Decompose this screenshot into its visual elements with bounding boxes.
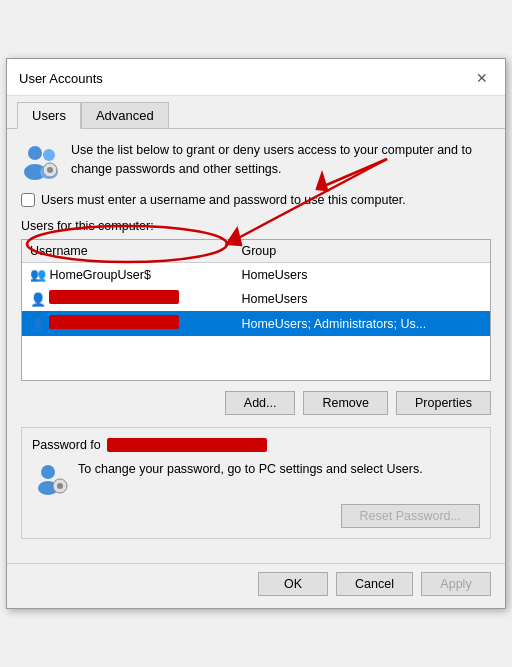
cell-group: HomeUsers xyxy=(233,286,490,311)
user-icon: 👤 xyxy=(30,292,46,307)
username-password-checkbox[interactable] xyxy=(21,193,35,207)
cell-group: HomeUsers xyxy=(233,263,490,287)
checkbox-row[interactable]: Users must enter a username and password… xyxy=(21,193,491,207)
password-for-label: Password fo xyxy=(32,438,101,452)
user-icon: 👤 xyxy=(30,317,46,332)
footer-buttons: OK Cancel Apply xyxy=(7,563,505,608)
password-icon xyxy=(32,460,68,496)
redacted-username-selected xyxy=(49,315,179,329)
tab-bar: Users Advanced xyxy=(7,96,505,129)
user-icon: 👥 xyxy=(30,267,46,282)
tab-advanced[interactable]: Advanced xyxy=(81,102,169,129)
cell-username-redacted-selected: 👤 xyxy=(22,311,233,336)
password-username-redacted xyxy=(107,438,267,452)
svg-point-5 xyxy=(47,167,53,173)
cell-group-selected: HomeUsers; Administrators; Us... xyxy=(233,311,490,336)
user-table: Username Group 👥 HomeGroupUser$ HomeUser… xyxy=(22,240,490,380)
col-username: Username xyxy=(22,240,233,263)
password-section: Password fo To change your password, go … xyxy=(21,427,491,539)
title-bar: User Accounts ✕ xyxy=(7,59,505,96)
table-row-selected[interactable]: 👤 HomeUsers; Administrators; Us... xyxy=(22,311,490,336)
table-row-empty xyxy=(22,358,490,380)
cell-username-redacted: 👤 xyxy=(22,286,233,311)
reset-password-button[interactable]: Reset Password... xyxy=(341,504,480,528)
password-info-row: To change your password, go to PC settin… xyxy=(32,460,480,496)
svg-point-9 xyxy=(57,483,63,489)
table-row[interactable]: 👥 HomeGroupUser$ HomeUsers xyxy=(22,263,490,287)
password-label-row: Password fo xyxy=(32,438,480,452)
users-icon xyxy=(21,141,61,181)
info-description: Use the list below to grant or deny user… xyxy=(71,141,491,179)
user-accounts-dialog: User Accounts ✕ Users Advanced xyxy=(6,58,506,609)
svg-point-6 xyxy=(41,465,55,479)
table-row[interactable]: 👤 HomeUsers xyxy=(22,286,490,311)
table-row-empty xyxy=(22,336,490,358)
tab-users[interactable]: Users xyxy=(17,102,81,129)
tab-content: Use the list below to grant or deny user… xyxy=(7,129,505,563)
cancel-button[interactable]: Cancel xyxy=(336,572,413,596)
remove-button[interactable]: Remove xyxy=(303,391,388,415)
user-table-container: Username Group 👥 HomeGroupUser$ HomeUser… xyxy=(21,239,491,381)
properties-button[interactable]: Properties xyxy=(396,391,491,415)
ok-button[interactable]: OK xyxy=(258,572,328,596)
window-title: User Accounts xyxy=(19,71,103,86)
checkbox-label: Users must enter a username and password… xyxy=(41,193,406,207)
info-row: Use the list below to grant or deny user… xyxy=(21,141,491,181)
cell-username: 👥 HomeGroupUser$ xyxy=(22,263,233,287)
password-info-text: To change your password, go to PC settin… xyxy=(78,460,423,479)
apply-button[interactable]: Apply xyxy=(421,572,491,596)
add-button[interactable]: Add... xyxy=(225,391,296,415)
svg-point-0 xyxy=(28,146,42,160)
redacted-username xyxy=(49,290,179,304)
table-buttons: Add... Remove Properties xyxy=(21,391,491,415)
col-group: Group xyxy=(233,240,490,263)
close-button[interactable]: ✕ xyxy=(471,67,493,89)
users-section-label: Users for this computer: xyxy=(21,219,491,233)
svg-point-2 xyxy=(43,149,55,161)
reset-button-row: Reset Password... xyxy=(32,504,480,528)
